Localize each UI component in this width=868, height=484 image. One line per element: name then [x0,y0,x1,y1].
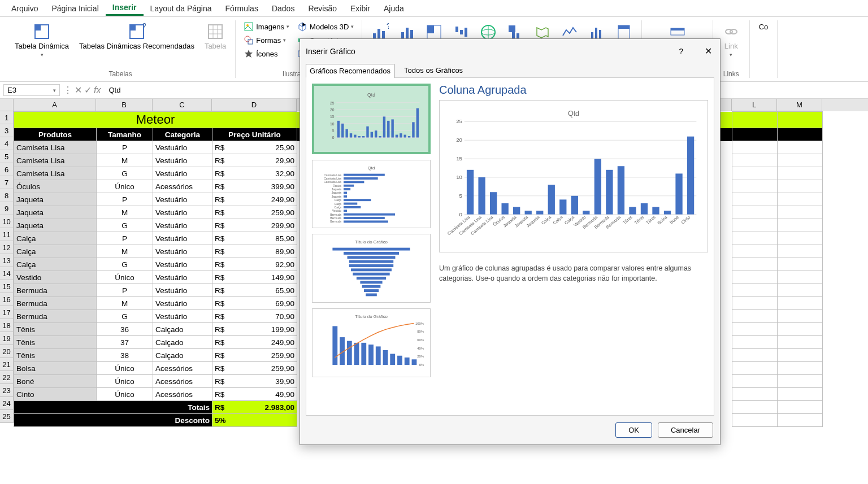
svg-text:Calça: Calça [335,206,342,208]
svg-rect-29 [460,30,463,34]
col-header-B[interactable]: B [96,99,153,111]
tab-all-charts[interactable]: Todos os Gráficos [400,63,467,77]
svg-text:Boné: Boné [669,215,680,225]
svg-rect-110 [344,252,399,255]
svg-text:Tênis: Tênis [645,215,657,225]
row-header-17[interactable]: 17 [0,306,14,319]
thumb-column[interactable]: Qtd0510152025 [312,84,431,154]
tab-recommended[interactable]: Gráficos Recomendados [306,64,394,78]
svg-text:Calça: Calça [335,199,342,202]
menu-revisao[interactable]: Revisão [301,2,344,15]
dialog-close-button[interactable]: ✕ [702,43,714,59]
tables-group-label: Tabelas [108,70,132,78]
dialog-help-button[interactable]: ? [676,45,685,58]
recommended-pivot-icon: ? [128,23,146,41]
col-header-A[interactable]: A [14,99,96,111]
svg-rect-159 [501,203,508,215]
row-header-8[interactable]: 8 [0,189,14,202]
thumb-pareto[interactable]: Título do Gráfico100%80%60%40%20%0% [312,308,431,377]
svg-point-12 [245,36,250,42]
chart-preview[interactable]: Qtd0510152025Camiseta LisaCamiseta LisaC… [439,100,708,252]
table-button[interactable]: Tabela [201,20,229,53]
svg-rect-66 [366,127,368,138]
svg-rect-86 [344,184,354,186]
svg-rect-185 [652,207,659,214]
svg-rect-181 [629,207,636,214]
cancel-icon[interactable]: ✕ [75,85,82,95]
chart-thumbnails: Qtd0510152025 QtdCamiseta LisaCamiseta L… [312,84,431,409]
svg-rect-5 [209,25,222,38]
row-header-13[interactable]: 13 [0,254,14,267]
svg-rect-38 [595,28,597,39]
images-button[interactable]: Imagens ▾ [241,20,292,33]
menu-inserir[interactable]: Inserir [106,1,144,16]
col-header-L[interactable]: L [732,99,777,111]
fx-icon[interactable]: fx [94,85,101,95]
row-header-24[interactable]: 24 [0,397,14,410]
menu-formulas[interactable]: Fórmulas [219,2,265,15]
comment-button[interactable]: Co [756,20,772,34]
row-header-15[interactable]: 15 [0,280,14,293]
svg-text:40%: 40% [417,347,424,350]
row-header-7[interactable]: 7 [0,176,14,189]
row-header-14[interactable]: 14 [0,267,14,280]
row-header-25[interactable]: 25 [0,410,14,423]
confirm-icon[interactable]: ✓ [84,85,92,95]
col-header-C[interactable]: C [153,99,212,111]
svg-rect-173 [583,211,589,215]
thumb-funnel[interactable]: Título do Gráfico [312,234,431,303]
row-header-22[interactable]: 22 [0,371,14,384]
row-header-18[interactable]: 18 [0,319,14,332]
icons-button[interactable]: Ícones [241,47,292,60]
models3d-button[interactable]: Modelos 3D ▾ [295,20,356,33]
select-all-corner[interactable] [0,99,14,111]
menu-ajuda[interactable]: Ajuda [377,2,411,15]
svg-rect-125 [354,343,359,365]
row-header-4[interactable]: 4 [0,137,14,150]
svg-rect-131 [397,356,402,365]
svg-rect-183 [641,203,648,215]
cancel-button[interactable]: Cancelar [658,422,713,438]
row-header-12[interactable]: 12 [0,241,14,254]
row-header-21[interactable]: 21 [0,358,14,371]
svg-rect-102 [344,213,395,215]
links-group-label: Links [723,70,739,78]
menu-layout[interactable]: Layout da Página [144,2,219,15]
menu-exibir[interactable]: Exibir [344,2,377,15]
row-header-1[interactable]: 1 [0,111,14,124]
menu-arquivo[interactable]: Arquivo [5,2,45,15]
svg-rect-112 [349,260,393,263]
col-header-M[interactable]: M [777,99,822,111]
pivot-table-button[interactable]: Tabela Dinâmica▾ [11,20,72,60]
row-header-10[interactable]: 10 [0,215,14,228]
row-header-19[interactable]: 19 [0,332,14,345]
svg-text:Tênis: Tênis [622,215,633,225]
row-header-23[interactable]: 23 [0,384,14,397]
link-button[interactable]: Link▾ [719,20,744,60]
row-header-16[interactable]: 16 [0,293,14,306]
ok-button[interactable]: OK [615,422,652,438]
thumb-bar[interactable]: QtdCamiseta LisaCamiseta LisaCamiseta Li… [312,160,431,229]
menu-dados[interactable]: Dados [265,2,301,15]
recommended-pivot-button[interactable]: ? Tabelas Dinâmicas Recomendadas [76,20,198,53]
name-box[interactable]: E3▾ [3,84,60,96]
svg-rect-84 [344,181,364,183]
svg-text:0: 0 [459,211,462,217]
row-header-5[interactable]: 5 [0,150,14,163]
svg-text:Calça: Calça [335,202,342,205]
col-header-D[interactable]: D [212,99,297,111]
shapes-button[interactable]: Formas ▾ [241,34,292,46]
row-header-11[interactable]: 11 [0,228,14,241]
svg-rect-63 [354,135,356,138]
row-header-3[interactable]: 3 [0,124,14,137]
svg-text:15: 15 [456,155,462,162]
svg-text:Jaqueta: Jaqueta [332,191,342,194]
svg-text:Óculos: Óculos [333,184,342,187]
row-header-20[interactable]: 20 [0,345,14,358]
menu-inicio[interactable]: Página Inicial [45,2,105,15]
row-header-6[interactable]: 6 [0,163,14,176]
svg-text:?: ? [142,23,146,30]
insert-chart-dialog: Inserir Gráfico ? ✕ Gráficos Recomendado… [300,38,721,445]
svg-rect-128 [376,347,381,365]
row-header-9[interactable]: 9 [0,202,14,215]
